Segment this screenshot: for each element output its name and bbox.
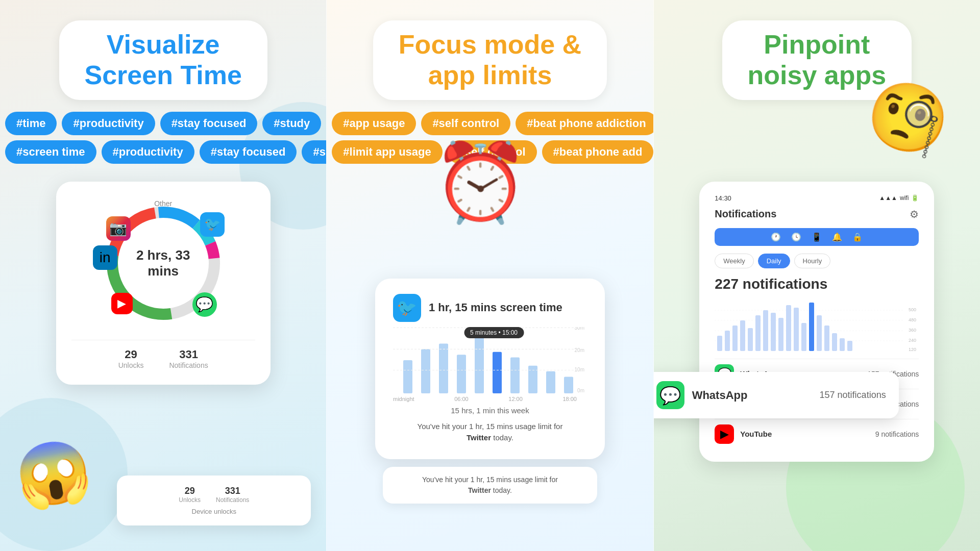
twitter-donut-icon: 🐦 bbox=[200, 212, 225, 237]
apps-icon[interactable]: 📱 bbox=[812, 232, 822, 242]
svg-rect-13 bbox=[528, 365, 537, 393]
svg-text:120: 120 bbox=[909, 347, 916, 351]
alarm-clock-emoji: ⏰ bbox=[433, 138, 528, 228]
bell-icon[interactable]: 🔔 bbox=[832, 232, 842, 242]
hashtag-pill: #beat phone add bbox=[542, 140, 653, 164]
screen-time-text: 1 hr, 15 mins screen time bbox=[429, 301, 562, 314]
svg-rect-41 bbox=[824, 325, 829, 351]
panel2-title-line2: app limits bbox=[428, 60, 552, 90]
hashtag-pill: #limit app usage bbox=[332, 140, 442, 164]
youtube-list-item: ▶ YouTube 9 notifications bbox=[715, 419, 919, 449]
youtube-notif-count: 9 notifications bbox=[875, 430, 919, 438]
svg-rect-10 bbox=[475, 332, 484, 393]
clock-icon[interactable]: 🕐 bbox=[771, 232, 781, 242]
notifications-card: 14:30 ▲▲▲ wifi 🔋 Notifications ⚙ 🕐 🕓 📱 🔔… bbox=[699, 182, 934, 462]
twitter-icon-focus: 🐦 bbox=[393, 294, 421, 322]
lock-icon[interactable]: 🔒 bbox=[852, 232, 863, 242]
secondary-notif-num: 331 bbox=[216, 486, 249, 496]
hashtag-pill: #stay focused bbox=[200, 140, 297, 164]
svg-rect-6 bbox=[403, 360, 412, 393]
panel1-title-bubble: Visualize Screen Time bbox=[59, 20, 267, 100]
hashtag-pill: #self control bbox=[421, 112, 510, 135]
notif-icon-tabs: 🕐 🕓 📱 🔔 🔒 bbox=[715, 228, 919, 246]
whatsapp-donut-icon: 💬 bbox=[192, 292, 217, 317]
svg-text:360: 360 bbox=[909, 328, 916, 333]
panel1-title-line2: Screen Time bbox=[85, 60, 242, 90]
notif-title: Notifications bbox=[715, 208, 776, 220]
total-notifications: 227 notifications bbox=[715, 276, 919, 292]
battery-icon: 🔋 bbox=[911, 194, 919, 202]
svg-text:500: 500 bbox=[909, 307, 916, 312]
donut-other-label: Other bbox=[154, 199, 172, 208]
svg-rect-12 bbox=[510, 357, 520, 393]
chart-tooltip: 5 minutes • 15:00 bbox=[464, 327, 524, 338]
svg-rect-44 bbox=[847, 341, 852, 351]
svg-text:240: 240 bbox=[909, 338, 916, 343]
chart-x-labels: midnight 06:00 12:00 18:00 bbox=[393, 396, 587, 402]
svg-rect-42 bbox=[832, 333, 837, 351]
history-icon[interactable]: 🕓 bbox=[791, 232, 801, 242]
svg-rect-39 bbox=[809, 303, 814, 351]
svg-rect-7 bbox=[421, 349, 430, 393]
stats-row: 29 Unlocks 331 Notifications bbox=[71, 340, 255, 369]
donut-chart: 2 hrs, 33 mins Other 📷 in 🐦 ▶ 💬 bbox=[97, 197, 230, 330]
period-tabs: Weekly Daily Hourly bbox=[715, 254, 919, 268]
svg-rect-37 bbox=[794, 308, 799, 351]
focus-bar-chart: 30m 20m 10m 0m 5 minutes • 15:00 bbox=[393, 327, 587, 393]
donut-time: 2 hrs, 33 mins bbox=[130, 247, 197, 279]
tab-daily[interactable]: Daily bbox=[758, 254, 790, 268]
svg-text:0m: 0m bbox=[577, 387, 584, 393]
tab-hourly[interactable]: Hourly bbox=[794, 254, 831, 268]
svg-rect-32 bbox=[755, 315, 761, 351]
notifications-stat: 331 Notifications bbox=[169, 348, 208, 369]
status-time: 14:30 bbox=[715, 194, 731, 202]
gear-icon[interactable]: ⚙ bbox=[910, 208, 919, 220]
limit-message: You've hit your 1 hr, 15 mins usage limi… bbox=[393, 421, 587, 444]
hashtag-pill: #productivity bbox=[102, 140, 194, 164]
svg-rect-33 bbox=[763, 310, 768, 351]
shocked-emoji: 😱 bbox=[10, 432, 97, 516]
panel2-title-bubble: Focus mode & app limits bbox=[373, 20, 607, 100]
svg-rect-40 bbox=[817, 315, 822, 351]
youtube-donut-icon: ▶ bbox=[111, 293, 133, 314]
whatsapp-popup-count: 157 notifications bbox=[820, 390, 886, 400]
linkedin-icon: in bbox=[93, 245, 117, 270]
panel3-title-line1: Pinpoint bbox=[764, 30, 870, 59]
svg-rect-43 bbox=[840, 338, 845, 351]
limit-message-bottom: You've hit your 1 hr, 15 mins usage limi… bbox=[383, 467, 597, 504]
secondary-card: 29 Unlocks 331 Notifications Device unlo… bbox=[117, 475, 311, 525]
svg-rect-27 bbox=[717, 336, 722, 351]
hashtag-pill: #beat phone addiction bbox=[516, 112, 653, 135]
unlocks-stat: 29 Unlocks bbox=[118, 348, 144, 369]
svg-text:20m: 20m bbox=[575, 347, 584, 353]
panel1-title-line1: Visualize bbox=[107, 30, 220, 59]
svg-text:10m: 10m bbox=[575, 366, 584, 372]
hashtag-pill: #app usage bbox=[332, 112, 416, 135]
svg-rect-35 bbox=[778, 318, 783, 351]
panel2-title-line1: Focus mode & bbox=[399, 30, 581, 59]
svg-rect-38 bbox=[801, 323, 806, 351]
whatsapp-popup: 💬 WhatsApp 157 notifications bbox=[654, 372, 899, 418]
wifi-icon: wifi bbox=[900, 194, 909, 202]
screen-time-card: 2 hrs, 33 mins Other 📷 in 🐦 ▶ 💬 29 Unloc… bbox=[56, 182, 271, 385]
panel-pinpoint: Pinpoint noisy apps 🧐 14:30 ▲▲▲ wifi 🔋 N… bbox=[654, 0, 980, 551]
svg-rect-8 bbox=[439, 343, 448, 393]
svg-rect-14 bbox=[546, 371, 555, 393]
svg-rect-15 bbox=[564, 377, 573, 393]
svg-rect-9 bbox=[457, 355, 466, 393]
secondary-unlocks-num: 29 bbox=[179, 486, 201, 496]
hashtag-pill: #s bbox=[302, 140, 326, 164]
device-unlocks-label: Device unlocks bbox=[130, 508, 298, 515]
svg-rect-11 bbox=[493, 352, 502, 393]
hashtag-pill: #study bbox=[262, 112, 321, 135]
weekly-text: 15 hrs, 1 min this week bbox=[393, 406, 587, 415]
whatsapp-popup-name: WhatsApp bbox=[692, 389, 748, 402]
svg-rect-29 bbox=[732, 325, 738, 351]
panel-visualize: Visualize Screen Time #time #productivit… bbox=[0, 0, 326, 551]
tab-weekly[interactable]: Weekly bbox=[715, 254, 753, 268]
status-bar: 14:30 ▲▲▲ wifi 🔋 bbox=[715, 194, 919, 202]
svg-rect-36 bbox=[786, 305, 791, 351]
youtube-name: YouTube bbox=[740, 430, 772, 438]
svg-rect-34 bbox=[771, 313, 776, 351]
svg-text:480: 480 bbox=[909, 317, 916, 322]
